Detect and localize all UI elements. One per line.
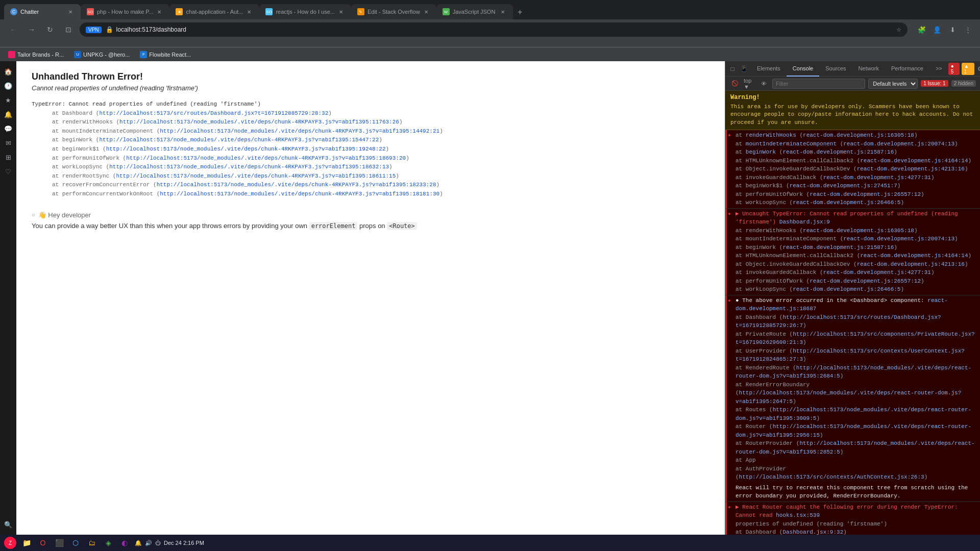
nav-bar: ← → ↻ ⊡ VPN 🔒 localhost:5173/dashboard ☆… <box>0 19 980 40</box>
bookmark-tailor[interactable]: Tailor Brands - R... <box>4 50 68 59</box>
devtools-inspect-icon[interactable]: □ <box>727 64 738 74</box>
extensions-icon[interactable]: 🧩 <box>916 23 928 36</box>
error-icon-2: ● <box>728 210 731 218</box>
devtools-tabs: □ 📱 Elements Console Sources Network Per… <box>725 61 980 77</box>
tab-chatter[interactable]: C Chatter ✕ <box>4 4 81 19</box>
sidebar-bookmarks-icon[interactable]: ★ <box>2 94 14 106</box>
taskbar-db-icon[interactable]: ◈ <box>102 537 114 549</box>
tab-sources[interactable]: Sources <box>819 61 852 77</box>
bookmark-star[interactable]: ☆ <box>896 27 901 33</box>
forward-button[interactable]: → <box>24 22 39 37</box>
uncaught-error-expand[interactable]: ▶ Uncaught TypeError: Cannot read proper… <box>736 211 958 226</box>
tab-elements[interactable]: Elements <box>751 61 787 77</box>
back-button[interactable]: ← <box>6 22 20 37</box>
error-hint: ○ 👋 Hey developer You can provide a way … <box>32 211 709 230</box>
taskbar-terminal-icon[interactable]: ⬛ <box>53 537 65 549</box>
main-content: 🏠 🕐 ★ 🔔 💬 ✉ ⊞ ♡ 🔍 ⚙ Unhandled Thrown Err… <box>0 61 980 549</box>
console-entry-1: ● at renderWithHooks (react-dom.developm… <box>725 130 980 209</box>
tab-title-chat: chat-application - Aut... <box>186 9 243 15</box>
error-icon-1: ● <box>728 132 731 139</box>
taskbar-files-icon[interactable]: 📁 <box>20 537 33 549</box>
taskbar-folder-icon[interactable]: 🗂 <box>86 537 98 549</box>
warning-title: Warning! <box>730 94 975 101</box>
route-code: <Route> <box>387 222 417 230</box>
stack-head: TypeError: Cannot read properties of und… <box>32 100 709 109</box>
settings-icon[interactable]: ⋮ <box>962 23 974 36</box>
taskbar-start-icon[interactable]: Z <box>4 537 16 549</box>
tab-close-edit[interactable]: ✕ <box>422 8 430 16</box>
devtools-toolbar: 🚫 top ▼ 👁 Default levels 1 Issue: 1 2 hi… <box>725 77 980 91</box>
clear-console-button[interactable]: 🚫 <box>729 78 741 89</box>
tab-chat[interactable]: ★ chat-application - Aut... ✕ <box>169 4 259 19</box>
sidebar-left: 🏠 🕐 ★ 🔔 💬 ✉ ⊞ ♡ 🔍 ⚙ <box>0 61 16 549</box>
warning-banner: Warning! This area is for use by develop… <box>725 91 980 130</box>
sidebar-history-icon[interactable]: 🕐 <box>2 80 14 92</box>
bookmark-flowbite[interactable]: F Flowbite React... <box>136 50 195 59</box>
console-content[interactable]: Warning! This area is for use by develop… <box>725 91 980 535</box>
power-icon: ⏻ <box>155 540 161 546</box>
sidebar-notifications-icon[interactable]: 🔔 <box>2 108 14 120</box>
bookmark-icon-unpkg: U <box>74 51 81 58</box>
tab-bar: C Chatter ✕ SO php - How to make P... ✕ … <box>0 0 980 19</box>
warning-count-badge: ▲ 1 <box>962 63 974 75</box>
address-text: localhost:5173/dashboard <box>116 26 896 33</box>
sidebar-mail-icon[interactable]: ✉ <box>2 137 14 149</box>
bookmark-unpkg[interactable]: U UNPKG - @hero... <box>70 50 134 59</box>
browser-chrome: C Chatter ✕ SO php - How to make P... ✕ … <box>0 0 980 47</box>
home-button[interactable]: ⊡ <box>61 22 76 37</box>
tab-close-chat[interactable]: ✕ <box>245 8 253 16</box>
tab-react[interactable]: SO reactjs - How do I use... ✕ <box>259 4 351 19</box>
address-bar[interactable]: VPN 🔒 localhost:5173/dashboard ☆ <box>80 22 908 37</box>
new-tab-button[interactable]: + <box>513 5 527 19</box>
sidebar-chat-icon[interactable]: 💬 <box>2 122 14 135</box>
tab-close-react[interactable]: ✕ <box>337 8 345 16</box>
eye-icon[interactable]: 👁 <box>758 78 769 89</box>
tab-console[interactable]: Console <box>787 61 819 77</box>
tab-performance[interactable]: Performance <box>885 61 929 77</box>
tab-more[interactable]: >> <box>929 61 948 77</box>
download-icon[interactable]: ⬇ <box>946 23 959 36</box>
entry-3-content: ● The above error occurred in the <Dashb… <box>733 296 976 500</box>
react-recreate-msg: React will try to recreate this componen… <box>736 484 976 500</box>
devtools-panel: □ 📱 Elements Console Sources Network Per… <box>725 61 980 549</box>
tab-network[interactable]: Network <box>852 61 885 77</box>
error-stack: TypeError: Cannot read properties of und… <box>32 100 709 199</box>
tab-title-chatter: Chatter <box>20 9 64 15</box>
tab-close-json[interactable]: ✕ <box>499 8 507 16</box>
profile-icon[interactable]: 👤 <box>931 23 943 36</box>
sidebar-heart-icon[interactable]: ♡ <box>2 165 14 178</box>
devtools-top-right: ● 5 ▲ 1 ⚙ ✕ ⋮ <box>948 63 980 75</box>
error-icon-4: ● <box>728 504 731 511</box>
stack-line-3: at beginWork (http://localhost:5173/node… <box>32 136 709 145</box>
tab-favicon-php: SO <box>87 8 94 15</box>
stack-line-6: at workLoopSync (http://localhost:5173/n… <box>32 163 709 172</box>
level-select[interactable]: Default levels <box>868 79 918 89</box>
sidebar-apps-icon[interactable]: ⊞ <box>2 151 14 163</box>
tab-close-php[interactable]: ✕ <box>155 8 163 16</box>
error-element-code: errorElement <box>309 222 358 230</box>
sidebar-home-icon[interactable]: 🏠 <box>2 65 14 78</box>
taskbar-browser2-icon[interactable]: ◐ <box>118 537 131 549</box>
sidebar-search-icon[interactable]: 🔍 <box>2 518 14 531</box>
stack-line-8: at recoverFromConcurrentError (http://lo… <box>32 181 709 190</box>
filter-toggle[interactable]: top ▼ <box>744 78 755 89</box>
filter-input[interactable] <box>772 79 865 89</box>
tab-edit[interactable]: ✎ Edit - Stack Overflow ✕ <box>351 4 436 19</box>
issue-badge: 1 Issue: 1 <box>921 80 948 87</box>
stack-line-0: at Dashboard (http://localhost:5173/src/… <box>32 109 709 118</box>
tab-title-edit: Edit - Stack Overflow <box>368 9 420 15</box>
devtools-panel-icons: □ 📱 <box>725 64 751 74</box>
devtools-settings-icon[interactable]: ⚙ <box>976 64 980 74</box>
tab-title-json: JavaScript JSON <box>453 9 497 15</box>
tab-php[interactable]: SO php - How to make P... ✕ <box>81 4 169 19</box>
tab-close-chatter[interactable]: ✕ <box>66 8 75 16</box>
nav-icons: 🧩 👤 ⬇ ⋮ <box>916 23 974 36</box>
tab-json[interactable]: W JavaScript JSON ✕ <box>436 4 513 19</box>
reload-button[interactable]: ↻ <box>43 22 57 37</box>
taskbar-browser-icon[interactable]: O <box>37 537 49 549</box>
devtools-device-icon[interactable]: 📱 <box>739 64 749 74</box>
lock-icon: 🔒 <box>106 26 113 33</box>
stack-line-5: at performUnitOfWork (http://localhost:5… <box>32 154 709 163</box>
tab-favicon-react: SO <box>265 8 273 15</box>
taskbar-vscode-icon[interactable]: ⬡ <box>69 537 82 549</box>
